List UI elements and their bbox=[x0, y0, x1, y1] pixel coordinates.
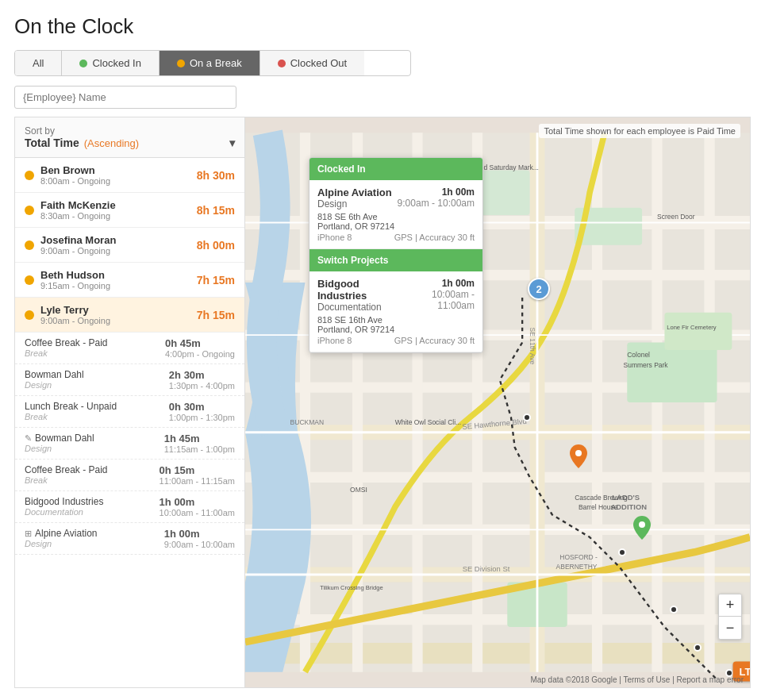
popup-device-name-2: iPhone 8 bbox=[317, 336, 352, 345]
svg-text:HOSFORD -: HOSFORD - bbox=[559, 553, 598, 561]
map-area[interactable]: SE Hawthorne Blvd SE Division St SE 11th… bbox=[244, 117, 751, 688]
sort-value[interactable]: Total Time (Ascending) ▾ bbox=[25, 137, 235, 149]
path-dot-3 bbox=[670, 606, 678, 613]
svg-text:Cascade Brewing: Cascade Brewing bbox=[575, 494, 628, 502]
sub-entry-info: Bidgood Industries Documentation bbox=[25, 496, 103, 517]
employee-info: Lyle Terry 9:00am - Ongoing bbox=[40, 304, 190, 325]
sub-entry-time-info: 1h 00m 9:00am - 10:00am bbox=[164, 528, 235, 549]
popup-time-1: 9:00am - 10:00am bbox=[398, 198, 475, 209]
edit-icon: ✎ bbox=[25, 433, 32, 443]
sub-entry-coffee-break-paid-1[interactable]: Coffee Break - Paid Break 0h 45m 4:00pm … bbox=[15, 333, 244, 364]
tab-clocked-in[interactable]: Clocked In bbox=[62, 51, 159, 75]
map-note: Total Time shown for each employee is Pa… bbox=[539, 124, 740, 138]
sub-entry-name: Bidgood Industries bbox=[25, 496, 103, 507]
sub-entry-time-info: 2h 30m 1:30pm - 4:00pm bbox=[169, 369, 235, 390]
popup-task-1: Design bbox=[317, 198, 392, 210]
employee-item-beth-hudson[interactable]: Beth Hudson 9:15am - Ongoing 7h 15m bbox=[15, 263, 244, 298]
sub-entry-info: Coffee Break - Paid Break bbox=[25, 337, 108, 358]
svg-text:BUCKMAN: BUCKMAN bbox=[290, 418, 324, 426]
sub-entry-name: ✎Bowman Dahl bbox=[25, 433, 94, 444]
marker-orange-1[interactable] bbox=[570, 444, 587, 471]
sub-entry-hours: 0h 45m bbox=[165, 337, 235, 349]
sort-label: Sort by bbox=[25, 125, 235, 137]
sub-entry-time-info: 0h 30m 1:00pm - 1:30pm bbox=[169, 401, 235, 422]
search-input[interactable] bbox=[14, 86, 236, 109]
sub-entry-lunch-break[interactable]: Lunch Break - Unpaid Break 0h 30m 1:00pm… bbox=[15, 396, 244, 428]
sub-entry-bidgood-industries[interactable]: Bidgood Industries Documentation 1h 00m … bbox=[15, 491, 244, 523]
svg-text:White Owl Social Cli...: White Owl Social Cli... bbox=[395, 418, 461, 426]
employee-name: Beth Hudson bbox=[40, 269, 190, 281]
svg-rect-47 bbox=[664, 313, 732, 350]
popup-duration-2: 1h 00m bbox=[401, 278, 475, 289]
zoom-out-button[interactable]: − bbox=[719, 617, 741, 639]
popup-address-1: 818 SE 6th AvePortland, OR 97214 bbox=[317, 212, 475, 231]
clocked-out-dot bbox=[278, 60, 286, 67]
sub-entry-time-range: 1:30pm - 4:00pm bbox=[169, 381, 235, 390]
sub-entry-hours: 0h 15m bbox=[160, 464, 235, 476]
popup-header: Clocked In bbox=[309, 158, 482, 180]
popup-company-1: Alpine Aviation bbox=[317, 187, 392, 198]
employee-name: Lyle Terry bbox=[40, 304, 190, 316]
marker-number-2[interactable]: 2 bbox=[528, 278, 550, 300]
sub-entry-coffee-break-paid-2[interactable]: Coffee Break - Paid Break 0h 15m 11:00am… bbox=[15, 460, 244, 491]
popup-task-2: Documentation bbox=[317, 302, 401, 313]
svg-text:Barrel House: Barrel House bbox=[579, 503, 618, 511]
employee-hours: 7h 15m bbox=[197, 274, 235, 287]
sort-direction: (Ascending) bbox=[84, 137, 139, 149]
popup-device-2: iPhone 8 GPS | Accuracy 30 ft bbox=[317, 336, 475, 345]
grid-icon: ⊞ bbox=[25, 529, 32, 538]
marker-green-1[interactable] bbox=[633, 516, 651, 542]
tab-clocked-out[interactable]: Clocked Out bbox=[260, 51, 365, 75]
map-controls: + − bbox=[718, 594, 742, 640]
sub-entry-time-range: 11:15am - 1:00pm bbox=[164, 444, 235, 454]
popup-company-2: Bidgood Industries bbox=[317, 278, 401, 302]
chevron-down-icon: ▾ bbox=[229, 137, 235, 149]
sort-bar: Sort by Total Time (Ascending) ▾ bbox=[15, 117, 244, 158]
tab-on-a-break-label: On a Break bbox=[190, 57, 242, 69]
employee-status-dot bbox=[25, 240, 34, 250]
employee-status-dot bbox=[25, 206, 34, 215]
popup-address-2: 818 SE 16th AvePortland, OR 97214 bbox=[317, 315, 475, 334]
sub-entry-hours: 2h 30m bbox=[169, 369, 235, 381]
employee-item-ben-brown[interactable]: Ben Brown 8:00am - Ongoing 8h 30m bbox=[15, 158, 244, 193]
tab-clocked-out-label: Clocked Out bbox=[290, 57, 348, 69]
tab-all[interactable]: All bbox=[15, 51, 62, 75]
employee-item-lyle-terry[interactable]: Lyle Terry 9:00am - Ongoing 7h 15m bbox=[15, 298, 244, 333]
popup-device-name-1: iPhone 8 bbox=[317, 233, 352, 242]
on-a-break-dot bbox=[177, 60, 185, 67]
switch-projects-button[interactable]: Switch Projects bbox=[309, 249, 482, 271]
sub-entry-alpine-aviation[interactable]: ⊞Alpine Aviation Design 1h 00m 9:00am - … bbox=[15, 523, 244, 555]
employee-item-josefina-moran[interactable]: Josefina Moran 9:00am - Ongoing 8h 00m bbox=[15, 228, 244, 263]
sub-entry-hours: 1h 00m bbox=[164, 528, 235, 540]
clocked-in-dot bbox=[79, 60, 87, 67]
sub-entry-category: Break bbox=[25, 475, 108, 485]
employee-item-faith-mckenzie[interactable]: Faith McKenzie 8:30am - Ongoing 8h 15m bbox=[15, 193, 244, 228]
sub-entry-category: Break bbox=[25, 348, 108, 358]
tab-all-label: All bbox=[33, 57, 44, 69]
path-dot-2 bbox=[618, 548, 626, 556]
svg-text:Tilikum Crossing Bridge: Tilikum Crossing Bridge bbox=[320, 584, 382, 591]
sub-entry-info: ✎Bowman Dahl Design bbox=[25, 433, 94, 453]
page-wrapper: On the Clock All Clocked In On a Break C… bbox=[0, 0, 765, 700]
sub-entry-time-range: 1:00pm - 1:30pm bbox=[169, 413, 235, 422]
tab-on-a-break[interactable]: On a Break bbox=[160, 51, 260, 75]
svg-text:Lone Fir Cemetery: Lone Fir Cemetery bbox=[667, 324, 717, 331]
zoom-in-button[interactable]: + bbox=[719, 594, 741, 617]
page-title: On the Clock bbox=[14, 14, 751, 39]
sub-entry-name: ⊞Alpine Aviation bbox=[25, 528, 98, 539]
popup-entry-alpine: Alpine Aviation Design 1h 00m 9:00am - 1… bbox=[309, 180, 482, 249]
sub-entry-bowman-dahl-1[interactable]: Bowman Dahl Design 2h 30m 1:30pm - 4:00p… bbox=[15, 364, 244, 396]
svg-text:Colonel: Colonel bbox=[627, 351, 650, 359]
svg-text:Summers Park: Summers Park bbox=[624, 361, 669, 369]
employee-hours: 8h 15m bbox=[197, 204, 235, 217]
map-popup: Clocked In Alpine Aviation Design 1h 00m… bbox=[309, 157, 483, 353]
employee-time-range: 9:15am - Ongoing bbox=[40, 281, 190, 290]
sub-entry-category: Documentation bbox=[25, 507, 103, 517]
employee-info: Ben Brown 8:00am - Ongoing bbox=[40, 164, 190, 186]
sub-entry-info: Coffee Break - Paid Break bbox=[25, 464, 108, 485]
employee-time-range: 8:00am - Ongoing bbox=[40, 176, 190, 186]
svg-text:ABERNETHY: ABERNETHY bbox=[556, 563, 598, 571]
popup-time-2: 10:00am - 11:00am bbox=[401, 289, 475, 311]
sub-entry-bowman-dahl-2[interactable]: ✎Bowman Dahl Design 1h 45m 11:15am - 1:0… bbox=[15, 428, 244, 460]
employee-info: Faith McKenzie 8:30am - Ongoing bbox=[40, 199, 190, 221]
